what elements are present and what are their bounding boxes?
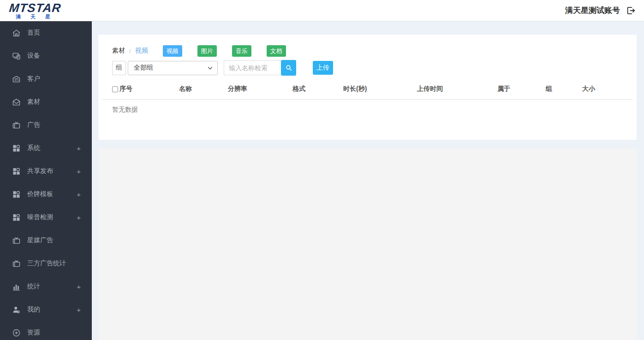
header-resolution: 分辨率 [228, 85, 292, 93]
grid-icon [12, 213, 21, 222]
upload-button[interactable]: 上传 [313, 61, 333, 75]
plus-circle-icon [12, 328, 21, 338]
sidebar-nav: 首页 设备 客户 素材 广告 系统 + [0, 21, 92, 340]
search-group [224, 60, 296, 76]
tab-document[interactable]: 文档 [267, 45, 286, 57]
sidebar-item-label: 共享发布 [27, 167, 53, 175]
toolbar-row: 素材 / 视频 视频 图片 音乐 文档 [98, 35, 637, 57]
expand-plus-icon[interactable]: + [77, 214, 81, 221]
sidebar-item-label: 首页 [27, 29, 40, 37]
expand-plus-icon[interactable]: + [77, 144, 81, 152]
group-label: 组 [112, 61, 126, 75]
sidebar-item-label: 系统 [27, 144, 40, 152]
brand-subtitle: 满 天 星 [9, 14, 61, 19]
header-upload-time: 上传时间 [417, 85, 497, 93]
devices-icon [12, 51, 21, 61]
grid-icon [12, 167, 21, 176]
expand-plus-icon[interactable]: + [77, 306, 81, 314]
sidebar-item-third-party-ad-stats[interactable]: 三方广告统计 [0, 252, 92, 275]
sidebar-item-ads[interactable]: 广告 [0, 113, 92, 137]
breadcrumb-root[interactable]: 素材 [112, 47, 125, 55]
sidebar-item-label: 噪音检测 [27, 213, 53, 221]
sidebar-item-label: 统计 [27, 282, 40, 291]
tv-icon [12, 120, 21, 130]
account-area: 满天星测试账号 [565, 5, 636, 16]
breadcrumb: 素材 / 视频 [112, 47, 148, 55]
sidebar-item-label: 广告 [27, 121, 40, 129]
brand-wordmark: MTSTAR [9, 2, 62, 14]
sidebar-item-label: 资源 [27, 328, 40, 337]
materials-table: 序号 名称 分辨率 格式 时长(秒) 上传时间 属于 组 大小 暂无数据 [102, 85, 633, 114]
logout-icon[interactable] [626, 6, 636, 16]
expand-plus-icon[interactable]: + [77, 167, 81, 175]
grid-icon [12, 143, 21, 153]
expand-plus-icon[interactable]: + [77, 283, 81, 291]
select-all-checkbox[interactable] [112, 86, 118, 92]
breadcrumb-separator: / [129, 48, 131, 54]
sidebar-item-home[interactable]: 首页 [0, 21, 92, 44]
expand-plus-icon[interactable]: + [77, 191, 81, 198]
tab-image[interactable]: 图片 [197, 45, 217, 57]
sidebar-item-system[interactable]: 系统 + [0, 137, 92, 160]
header-group: 组 [546, 85, 582, 93]
breadcrumb-current[interactable]: 视频 [135, 47, 148, 55]
header-belongs-to: 属于 [497, 85, 546, 93]
search-icon [285, 64, 292, 72]
sidebar-item-noise-detection[interactable]: 噪音检测 + [0, 206, 92, 229]
sidebar-item-share-publish[interactable]: 共享发布 + [0, 160, 92, 183]
sidebar-item-label: 设备 [27, 52, 40, 60]
sidebar-item-label: 素材 [27, 98, 40, 106]
group-select[interactable]: 全部组 [128, 61, 218, 75]
header-size: 大小 [582, 85, 633, 93]
tab-music[interactable]: 音乐 [232, 45, 251, 57]
sidebar-item-price-tag-templates[interactable]: 价牌模板 + [0, 183, 92, 206]
sidebar-item-label: 我的 [27, 305, 40, 314]
grid-icon [12, 190, 21, 199]
group-select-value: 全部组 [134, 64, 153, 72]
filter-row: 组 全部组 上传 [112, 60, 623, 76]
user-icon [12, 305, 21, 315]
sidebar-item-resources[interactable]: 资源 [0, 321, 92, 340]
empty-state-text: 暂无数据 [102, 100, 633, 114]
stats-icon [12, 282, 21, 292]
top-header: MTSTAR 满 天 星 满天星测试账号 [0, 0, 644, 21]
account-name: 满天星测试账号 [565, 5, 620, 16]
brand-logo[interactable]: MTSTAR 满 天 星 [9, 2, 61, 19]
sidebar-item-label: 价牌模板 [27, 190, 53, 198]
search-input[interactable] [224, 60, 281, 75]
tv-icon [12, 259, 21, 268]
sidebar-item-label: 三方广告统计 [27, 259, 66, 268]
sidebar-item-star-media-ads[interactable]: 星媒广告 [0, 229, 92, 252]
tv-icon [12, 236, 21, 245]
sidebar-item-customers[interactable]: 客户 [0, 67, 92, 90]
sidebar-item-mine[interactable]: 我的 + [0, 298, 92, 321]
main-content: 素材 / 视频 视频 图片 音乐 文档 组 全部组 [92, 21, 644, 340]
header-serial: 序号 [102, 85, 179, 93]
sidebar-item-statistics[interactable]: 统计 + [0, 275, 92, 298]
content-placeholder-area [98, 149, 637, 340]
sidebar-item-materials[interactable]: 素材 [0, 90, 92, 113]
header-name: 名称 [179, 85, 228, 93]
app-window: MTSTAR 满 天 星 满天星测试账号 首页 设备 客户 素材 [0, 0, 644, 340]
header-format: 格式 [292, 85, 343, 93]
material-icon [12, 97, 21, 107]
materials-panel: 素材 / 视频 视频 图片 音乐 文档 组 全部组 [98, 35, 637, 140]
sidebar-item-devices[interactable]: 设备 [0, 44, 92, 67]
home-icon [12, 28, 21, 38]
material-type-tabs: 视频 图片 音乐 文档 [163, 45, 286, 57]
header-duration: 时长(秒) [343, 85, 417, 93]
tab-video[interactable]: 视频 [163, 45, 182, 57]
sidebar-item-label: 星媒广告 [27, 236, 53, 245]
sidebar-item-label: 客户 [27, 75, 40, 83]
table-header-row: 序号 名称 分辨率 格式 时长(秒) 上传时间 属于 组 大小 [102, 85, 633, 100]
chevron-down-icon [207, 65, 214, 72]
customer-icon [12, 74, 21, 84]
search-button[interactable] [281, 60, 296, 76]
